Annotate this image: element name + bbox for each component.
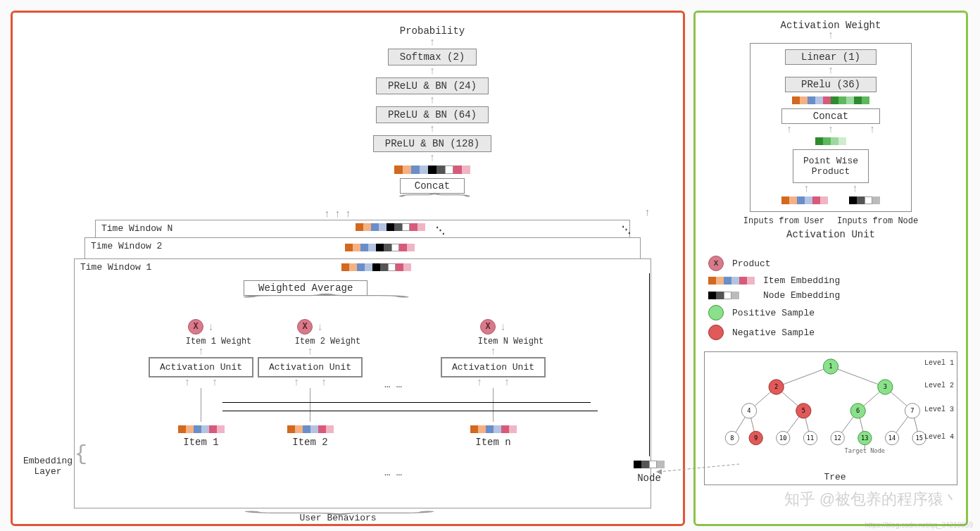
mlp-stack: Probability ↑ Softmax (2) ↑ PReLU & BN (… (218, 25, 646, 209)
tw-n-embedding (356, 223, 425, 231)
activation-unit-block: Activation Unit (258, 357, 363, 377)
item-weight-label: Item 1 Weight (186, 337, 252, 346)
time-window-1: Time Window 1 Weighted Average ⏞ X ↑ Ite… (74, 258, 651, 508)
legend: X Product Item Embedding Node Embedding … (701, 249, 960, 347)
product-icon: X (708, 256, 724, 271)
activation-unit-block: Activation Unit (149, 357, 253, 377)
arrow-up-icon: ↑ (198, 349, 204, 355)
level-2-label: Level 2 (924, 382, 954, 389)
activation-unit-block: Activation Unit (441, 357, 546, 377)
svg-text:12: 12 (834, 435, 841, 442)
node-embedding (634, 461, 665, 468)
node-column: Node (634, 273, 665, 484)
ellipsis-icon: ⋱ (436, 225, 446, 236)
svg-text:8: 8 (730, 435, 734, 442)
brace-icon: ⏞ (244, 293, 411, 315)
negative-sample-icon (708, 325, 724, 340)
embedding-layer-label: Embedding Layer { (20, 445, 76, 487)
ellipsis: … … (384, 467, 402, 478)
concat-embedding (394, 165, 470, 174)
tree-title: Tree (709, 472, 961, 482)
item-label: Item n (475, 437, 510, 448)
node-label: Node (637, 473, 661, 484)
arrow-up-icon: ↑ (490, 349, 496, 355)
time-window-n: Time Window N ⋱ ↑ ↑ ↑ (95, 220, 630, 237)
arrow-up-icon: ↑ (324, 211, 330, 218)
svg-text:3: 3 (884, 383, 887, 390)
item-column-n: X ↑ Item N Weight ↑ Activation Unit ↑↑ I… (441, 319, 546, 448)
prelu-bn-128-block: PReLU & BN (128) (373, 135, 491, 152)
legend-negative: Negative Sample (708, 325, 953, 340)
concat-block: Concat (400, 178, 465, 194)
concat-block-au: Concat (781, 108, 880, 124)
arrow-up-icon: ↑ (429, 155, 435, 161)
svg-text:14: 14 (888, 435, 896, 442)
positive-sample-icon (708, 305, 724, 320)
svg-text:10: 10 (779, 435, 786, 442)
item-weight-label: Item N Weight (478, 337, 544, 346)
brace-icon: ⏞ (399, 192, 471, 214)
prelu-bn-24-block: PReLU & BN (24) (376, 77, 489, 94)
node-embedding-swatch (708, 292, 739, 299)
prelu-block: PRelu (36) (785, 77, 877, 92)
item-label: Item 1 (183, 437, 218, 448)
pointwise-product-block: Point Wise Product (793, 149, 869, 183)
product-icon: X (480, 319, 496, 335)
svg-text:4: 4 (747, 407, 750, 414)
arrow-up-icon: ↑ (644, 207, 651, 219)
svg-text:1: 1 (829, 363, 832, 370)
arrow-icon: ↑ (317, 324, 323, 330)
legend-node-embedding: Node Embedding (708, 290, 953, 301)
right-panel: Activation Weight ↑ Linear (1) ↑ PRelu (… (693, 11, 968, 526)
output-label: Probability (400, 25, 465, 37)
svg-text:9: 9 (754, 435, 758, 442)
arrow-up-icon: ↑ (827, 68, 834, 74)
arrow-up-icon: ↑ (345, 211, 351, 218)
item-n-embedding (470, 425, 517, 433)
arrow-up-icon: ↑ (786, 127, 792, 133)
arrow-up-icon: ↑ (827, 127, 834, 133)
item-column-1: X ↑ Item 1 Weight ↑ Activation Unit ↑↑ I… (149, 319, 253, 448)
arrow-up-icon: ↑ (504, 380, 510, 386)
item-weight-label: Item 2 Weight (295, 337, 361, 346)
arrow-up-icon: ↑ (321, 380, 327, 386)
tree-svg: 1 2 3 4 5 6 7 8 9 10 11 12 13 14 15 Targ… (709, 356, 953, 458)
inputs-node-label: Inputs from Node (837, 216, 918, 226)
ellipsis-icon: ⋱ (622, 224, 632, 235)
item-column-2: X ↑ Item 2 Weight ↑ Activation Unit ↑↑ I… (258, 319, 363, 448)
arrow-up-icon: ↑ (852, 186, 858, 192)
level-4-label: Level 4 (924, 433, 954, 441)
item-1-embedding (178, 425, 225, 433)
item-2-embedding (287, 425, 334, 433)
item-label: Item 2 (292, 437, 327, 448)
arrow-up-icon: ↑ (429, 97, 435, 104)
user-inputs-emb (781, 196, 828, 204)
arrow-up-icon: ↑ (294, 380, 300, 386)
svg-text:2: 2 (774, 383, 778, 390)
arrow-up-icon: ↑ (307, 349, 313, 355)
node-inputs-emb (849, 196, 880, 204)
arrow-up-icon: ↑ (477, 380, 483, 386)
brace-icon: { (75, 442, 87, 466)
arrow-up-icon: ↑ (803, 186, 810, 192)
arrow-icon: ↑ (208, 324, 214, 330)
product-icon: X (188, 319, 203, 335)
arrow-up-icon: ↑ (429, 68, 435, 75)
pointwise-output (815, 137, 846, 145)
time-windows-group: Time Window N ⋱ ↑ ↑ ↑ Time Window 2 Time… (21, 220, 674, 516)
arrow-up-icon: ↑ (869, 127, 876, 133)
arrow-up-icon: ↑ (184, 380, 191, 386)
watermark-url: https://blog.csdn.net/qq_34219959 (865, 521, 973, 529)
svg-text:13: 13 (861, 435, 868, 442)
product-icon: X (297, 319, 313, 335)
arrow-up-icon: ↑ (334, 211, 341, 218)
level-1-label: Level 1 (924, 359, 954, 367)
diagram-root: Probability ↑ Softmax (2) ↑ PReLU & BN (… (11, 11, 968, 526)
brace-icon: ⏞ (242, 494, 434, 516)
svg-text:5: 5 (802, 407, 805, 414)
svg-text:15: 15 (915, 435, 922, 442)
arrow-up-icon: ↑ (429, 39, 435, 46)
svg-line-0 (777, 367, 831, 387)
arrow-up-icon: ↑ (212, 380, 218, 386)
linear-block: Linear (1) (785, 49, 877, 65)
